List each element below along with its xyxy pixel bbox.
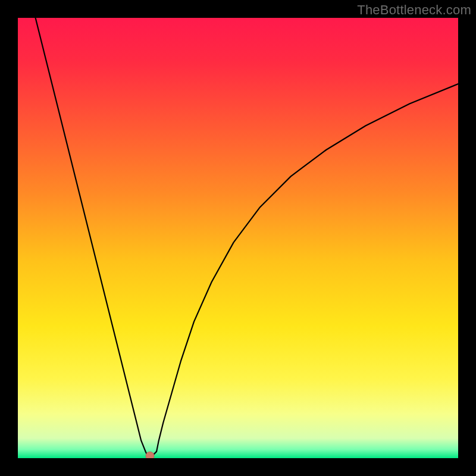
marker-dot [146,452,154,458]
plot-background [18,18,458,458]
chart-frame: TheBottleneck.com [0,0,476,476]
chart-plot [18,18,458,458]
watermark-text: TheBottleneck.com [357,2,471,18]
